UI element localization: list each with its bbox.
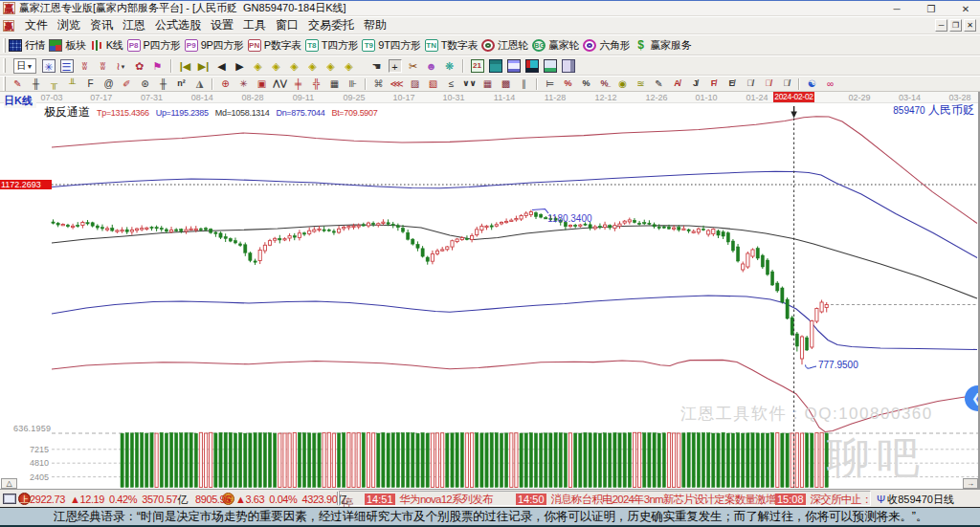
circle-cycle-icon[interactable]: ⊛	[138, 77, 153, 90]
goto-last-icon[interactable]: ▶|	[197, 59, 211, 73]
info-view-icon[interactable]: ☰	[60, 59, 74, 73]
line-e-icon[interactable]: E̸	[724, 77, 740, 90]
analysis-flag-icon[interactable]: ⚑	[151, 59, 165, 73]
percent-icon[interactable]: %	[579, 77, 594, 90]
line-y-icon[interactable]: 四̸	[779, 77, 794, 90]
time-percent-icon[interactable]: ╫	[29, 77, 44, 90]
percent-line-icon[interactable]: %̲	[597, 77, 612, 90]
gann-target-icon[interactable]: ⊕	[218, 77, 234, 90]
scroll-right-button[interactable]: →	[963, 478, 978, 489]
wave-coil-icon[interactable]: ❋	[443, 59, 457, 73]
price-levels-icon[interactable]: ⊨	[543, 77, 558, 90]
zoom-right-icon[interactable]: ◈	[270, 59, 283, 73]
toolbar-9p-square-button[interactable]: P99P四方形	[185, 38, 244, 53]
zigzag-icon[interactable]: ∨∨	[462, 77, 478, 90]
candle-style-dropdown-icon[interactable]: ≀▼	[115, 59, 128, 73]
indicator-stamp-icon[interactable]: ✿	[133, 59, 146, 73]
toolbar-gann-wheel-button[interactable]: 江恩轮	[481, 38, 528, 53]
shenzhen-index-quote[interactable]: 8905.96▲3.630.04%4323.90亿	[195, 493, 347, 507]
toolbar-t-square-button[interactable]: T8T四方形	[305, 38, 359, 53]
menu-gann[interactable]: 江恩	[118, 17, 150, 33]
draw-pen-icon[interactable]: ✎	[11, 77, 26, 90]
angle-line-icon[interactable]: ◮	[192, 77, 208, 90]
keyboard-icon[interactable]	[3, 494, 16, 504]
parallel-lines-icon[interactable]: ∥	[517, 77, 532, 90]
monitor-globe-icon[interactable]	[544, 59, 557, 73]
chart-canvas[interactable]: 07-0307-1707-3108-1408-2809-1109-2510-17…	[0, 92, 980, 489]
zoom-compress-icon[interactable]: ◈	[306, 59, 320, 73]
toolbar-9t-square-button[interactable]: T99T四方形	[362, 38, 420, 53]
price-arrow-pen-icon[interactable]: ✎	[652, 77, 667, 90]
mdi-minimize-icon[interactable]: ─	[935, 19, 947, 32]
mdi-restore-icon[interactable]: ❐	[949, 19, 962, 32]
pan-hand-icon[interactable]: ☚	[370, 59, 384, 73]
data-truck-icon[interactable]	[562, 59, 575, 73]
wave-k-icon[interactable]: ⋀⋁	[273, 77, 288, 90]
gann-square-shade-icon[interactable]: ▧	[426, 77, 441, 90]
time-bars-2-icon[interactable]: ╬	[309, 77, 324, 90]
toolbar-p-square-button[interactable]: P8P四方形	[127, 38, 181, 53]
ray-fan-icon[interactable]: ⋘	[390, 77, 405, 90]
gann-fan-flower-icon[interactable]: ✳	[236, 77, 252, 90]
percent-z-icon[interactable]: %	[561, 77, 576, 90]
price-box-icon[interactable]: ⌘	[371, 77, 387, 90]
trend-pen-icon[interactable]: ✐	[120, 77, 135, 90]
line-zh-icon[interactable]: 进̸	[743, 77, 758, 90]
menu-trade-order[interactable]: 交易委托	[303, 17, 359, 33]
menu-browse[interactable]: 浏览	[53, 17, 85, 33]
gann-box-icon[interactable]: ▣	[255, 77, 270, 90]
menu-help[interactable]: 帮助	[359, 17, 391, 33]
zoom-expand-icon[interactable]: ◈	[288, 59, 301, 73]
taiji-icon[interactable]: ☯	[805, 77, 820, 90]
line-f-icon[interactable]: F̸	[706, 77, 722, 90]
infinity-icon[interactable]: ∞	[823, 77, 838, 90]
gann-head-icon[interactable]: ☻	[425, 59, 438, 73]
toolbar-kline-button[interactable]: K线	[90, 38, 123, 53]
gann-grid-shade-icon[interactable]: ▨	[408, 77, 423, 90]
close-icon[interactable]: ✕	[959, 2, 972, 16]
menu-news[interactable]: 资讯	[85, 17, 118, 33]
save-disk-icon[interactable]	[525, 59, 539, 73]
time-cycle-gold-2-icon[interactable]: ╨	[65, 77, 80, 90]
mini-kline-2-icon[interactable]: ʬ	[97, 59, 110, 73]
golden-circle-icon[interactable]: ◉	[615, 77, 631, 90]
menu-window[interactable]: 窗口	[271, 17, 303, 33]
calendar-21-icon[interactable]: 21	[471, 59, 484, 73]
toolbar-t-number-table-button[interactable]: TNT数字表	[425, 38, 479, 53]
zoom-out-diamond-icon[interactable]: ◈	[343, 59, 356, 73]
time-bars-red-icon[interactable]: ╪	[291, 77, 306, 90]
menu-formula-stock-picking[interactable]: 公式选股	[150, 17, 206, 33]
toolbar-p-number-table-button[interactable]: PNP数字表	[248, 38, 301, 53]
menu-settings[interactable]: 设置	[206, 17, 238, 33]
toolbar-quote-board-button[interactable]: 行情	[9, 38, 45, 53]
square-of-nine-icon[interactable]: n²	[174, 77, 189, 90]
fib-time-icon[interactable]: F	[83, 77, 99, 90]
crosshair-icon[interactable]: +	[389, 59, 402, 73]
line-a-icon[interactable]: A̸	[670, 77, 685, 90]
line-j-icon[interactable]: J̸	[688, 77, 703, 90]
pencil-angle-icon[interactable]: ≤	[444, 77, 459, 90]
mini-kline-1-icon[interactable]: ʬ	[78, 59, 92, 73]
report-form-icon[interactable]	[507, 59, 521, 73]
toolbar-hexagon-button[interactable]: 六角形	[583, 38, 630, 53]
toolbar-sectors-button[interactable]: 板块	[49, 38, 85, 53]
calculator-icon[interactable]	[489, 59, 502, 73]
grid-box-icon[interactable]: ▦	[327, 77, 343, 90]
time-ruler-icon[interactable]: ╫	[156, 77, 171, 90]
golden-line-icon[interactable]: ≊	[634, 77, 649, 90]
goto-first-icon[interactable]: |◀	[179, 59, 192, 73]
spiral-icon[interactable]: @	[101, 77, 117, 90]
mdi-close-icon[interactable]: ✕	[964, 19, 976, 32]
toolbar-winner-wheel-button[interactable]: BG赢家轮	[532, 38, 579, 53]
parallel-ticks-icon[interactable]: ⊪	[345, 77, 361, 90]
zoom-left-icon[interactable]: ◈	[252, 59, 265, 73]
grid-dense-icon[interactable]: ▦	[480, 77, 496, 90]
line-x-icon[interactable]: 率̸	[761, 77, 776, 90]
time-cycle-gold-1-icon[interactable]: ╥	[47, 77, 62, 90]
zoom-in-diamond-icon[interactable]: ◈	[324, 59, 338, 73]
pattern-select-icon[interactable]: ✳	[42, 59, 56, 73]
measure-icon[interactable]: ✂	[407, 59, 420, 73]
shanghai-index-quote[interactable]: 2922.73▲12.190.42%3570.57亿	[30, 493, 188, 507]
expand-volume-button[interactable]: △	[1, 478, 17, 489]
grid-dense-2-icon[interactable]: ▩	[499, 77, 514, 90]
